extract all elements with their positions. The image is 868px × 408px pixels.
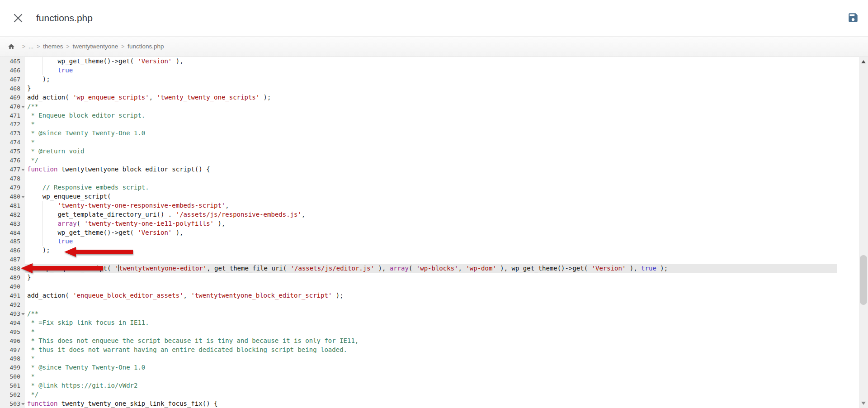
fold-marker-icon[interactable] [21,196,25,198]
fold-marker-icon[interactable] [21,169,25,171]
code-text [25,174,859,183]
line-number: 486 [0,246,25,255]
code-line-471[interactable]: 471 * Enqueue block editor script. [0,111,859,120]
code-text: function twenty_twenty_one_skip_link_foc… [25,399,859,408]
code-line-503[interactable]: 503function twenty_twenty_one_skip_link_… [0,399,859,408]
code-text: * Enqueue block editor script. [25,111,859,120]
code-text: * [25,327,859,337]
code-line-480[interactable]: 480 wp_enqueue_script( [0,192,859,201]
breadcrumb-separator: > [37,43,40,50]
code-line-466[interactable]: 466 true [0,66,859,75]
vertical-scrollbar[interactable] [859,57,868,408]
breadcrumb-item-[interactable]: ... [28,43,33,50]
code-line-476[interactable]: 476 */ [0,156,859,165]
code-editor[interactable]: 465 wp_get_theme()->get( 'Version' ),466… [0,57,859,408]
code-line-485[interactable]: 485 true [0,237,859,246]
line-number: 480 [0,192,25,201]
code-line-493[interactable]: 493/** [0,309,859,318]
close-button[interactable] [13,13,24,24]
code-line-488[interactable]: 488 wp_enqueue_script( 'twentytwentyone-… [0,264,859,273]
code-text: * This does not enqueue the script becau… [25,337,859,346]
scrollbar-thumb[interactable] [860,255,867,305]
code-line-477[interactable]: 477function twentytwentyone_block_editor… [0,165,859,174]
code-line-497[interactable]: 497 * thus it does not warrant having an… [0,346,859,355]
code-line-468[interactable]: 468} [0,84,859,93]
code-text: * @since Twenty Twenty-One 1.0 [25,363,859,372]
code-line-496[interactable]: 496 * This does not enqueue the script b… [0,337,859,346]
close-icon [13,17,24,25]
code-text: // Responsive embeds script. [25,183,859,192]
line-number: 501 [0,381,25,390]
code-line-465[interactable]: 465 wp_get_theme()->get( 'Version' ), [0,57,859,66]
code-line-491[interactable]: 491add_action( 'enqueue_block_editor_ass… [0,291,859,300]
line-number: 478 [0,174,25,183]
arrow-head-icon [21,263,33,273]
code-text: */ [25,390,859,399]
line-number: 489 [0,273,25,282]
code-text [25,282,859,291]
code-text: wp_enqueue_script( 'twentytwentyone-edit… [25,264,859,273]
code-text: * @since Twenty Twenty-One 1.0 [25,129,859,138]
code-line-481[interactable]: 481 'twenty-twenty-one-responsive-embeds… [0,201,859,210]
fold-marker-icon[interactable] [21,313,25,315]
breadcrumb-separator: > [121,43,124,50]
fold-marker-icon[interactable] [21,403,25,405]
breadcrumb-items: >...>themes>twentytwentyone>functions.ph… [19,43,164,50]
code-line-495[interactable]: 495 * [0,327,859,337]
code-line-475[interactable]: 475 * @return void [0,147,859,156]
code-line-472[interactable]: 472 * [0,120,859,129]
code-line-501[interactable]: 501 * @link https://git.io/vWdr2 [0,381,859,390]
code-line-469[interactable]: 469add_action( 'wp_enqueue_scripts', 'tw… [0,93,859,102]
code-text: add_action( 'enqueue_block_editor_assets… [25,291,859,300]
code-line-482[interactable]: 482 get_template_directory_uri() . '/ass… [0,210,859,219]
save-button[interactable] [847,12,859,24]
code-text [25,300,859,309]
line-number: 476 [0,156,25,165]
line-number: 496 [0,337,25,346]
line-number: 469 [0,93,25,102]
line-number: 470 [0,102,25,111]
indent-guide [42,66,42,75]
line-number: 484 [0,228,25,237]
scroll-down-icon[interactable] [861,402,866,405]
code-line-500[interactable]: 500 * [0,372,859,381]
breadcrumb-item-themes[interactable]: themes [43,43,63,50]
code-text: add_action( 'wp_enqueue_scripts', 'twent… [25,93,859,102]
home-icon[interactable] [8,43,15,50]
code-line-467[interactable]: 467 ); [0,75,859,84]
line-number: 471 [0,111,25,120]
code-text: /** [25,102,859,111]
code-line-478[interactable]: 478 [0,174,859,183]
code-line-470[interactable]: 470/** [0,102,859,111]
code-line-490[interactable]: 490 [0,282,859,291]
indent-guide [42,219,42,228]
fold-marker-icon[interactable] [21,106,25,108]
code-text: wp_get_theme()->get( 'Version' ), [25,228,859,237]
scroll-up-icon[interactable] [861,60,866,63]
code-text: * @return void [25,147,859,156]
code-line-502[interactable]: 502 */ [0,390,859,399]
arrow-head-icon [64,247,76,257]
code-line-499[interactable]: 499 * @since Twenty Twenty-One 1.0 [0,363,859,372]
line-number: 494 [0,318,25,327]
code-line-473[interactable]: 473 * @since Twenty Twenty-One 1.0 [0,129,859,138]
code-line-483[interactable]: 483 array( 'twenty-twenty-one-ie11-polyf… [0,219,859,228]
code-line-498[interactable]: 498 * [0,354,859,363]
code-line-492[interactable]: 492 [0,300,859,309]
save-icon [847,17,859,25]
code-text: * [25,138,859,147]
code-line-474[interactable]: 474 * [0,138,859,147]
code-text: * [25,372,859,381]
code-line-489[interactable]: 489} [0,273,859,282]
line-number: 499 [0,363,25,372]
breadcrumb-item-twentytwentyone[interactable]: twentytwentyone [73,43,118,50]
code-line-484[interactable]: 484 wp_get_theme()->get( 'Version' ), [0,228,859,237]
code-text: } [25,273,859,282]
line-number: 477 [0,165,25,174]
code-line-479[interactable]: 479 // Responsive embeds script. [0,183,859,192]
line-number: 485 [0,237,25,246]
annotation-arrow-line-488 [21,263,103,273]
code-lines: 465 wp_get_theme()->get( 'Version' ),466… [0,57,859,408]
code-line-494[interactable]: 494 * =Fix skip link focus in IE11. [0,318,859,327]
code-text: * =Fix skip link focus in IE11. [25,318,859,327]
